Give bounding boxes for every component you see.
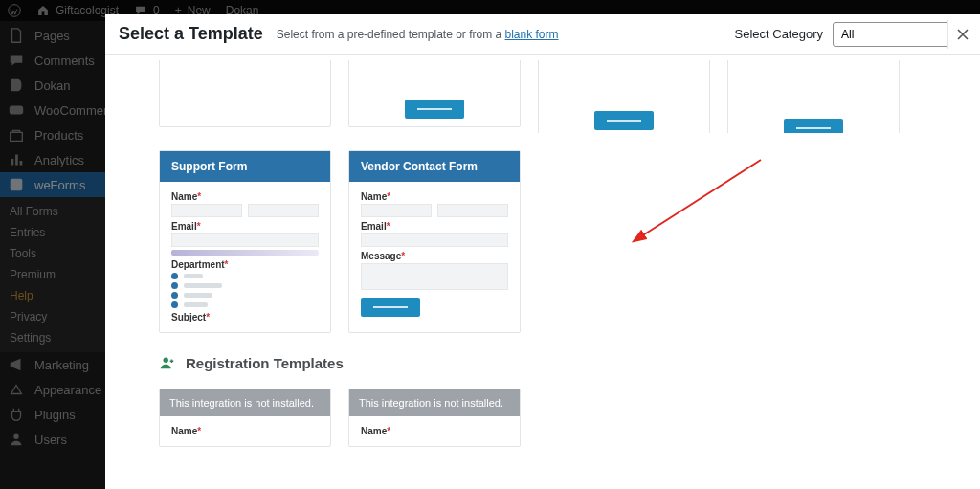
template-card-vendor-contact[interactable]: Vendor Contact Form Name* Email* Message… <box>348 150 521 333</box>
card-banner-not-installed: This integration is not installed. <box>160 389 330 416</box>
field-preview-input <box>171 204 242 217</box>
template-card[interactable] <box>159 60 331 127</box>
template-card-registration[interactable]: This integration is not installed. Name* <box>159 389 331 447</box>
field-preview-radio <box>171 292 319 299</box>
template-row: Support Form Name* Email* Department* Su… <box>159 150 942 333</box>
field-preview-textarea <box>361 263 508 290</box>
card-title: Vendor Contact Form <box>349 151 520 182</box>
field-preview-radio <box>171 301 319 308</box>
template-row-partial <box>159 60 942 133</box>
field-preview-divider <box>171 250 319 256</box>
template-card-button[interactable] <box>361 298 420 317</box>
field-preview-input <box>437 204 508 217</box>
field-preview-input <box>248 204 319 217</box>
close-icon <box>956 28 969 41</box>
user-plus-icon <box>159 354 176 371</box>
section-heading-label: Registration Templates <box>186 355 344 371</box>
template-card-registration[interactable]: This integration is not installed. Name* <box>348 389 521 447</box>
card-banner-not-installed: This integration is not installed. <box>349 389 520 416</box>
field-preview-input <box>171 233 319 247</box>
category-label: Select Category <box>735 27 824 41</box>
template-card[interactable] <box>727 60 900 133</box>
template-card[interactable] <box>538 60 710 133</box>
field-preview-input <box>361 204 432 217</box>
section-heading-registration: Registration Templates <box>159 354 942 371</box>
blank-form-link[interactable]: blank form <box>505 28 559 41</box>
modal-body: Support Form Name* Email* Department* Su… <box>105 55 980 489</box>
modal-title: Select a Template <box>119 24 263 44</box>
template-card-support[interactable]: Support Form Name* Email* Department* Su… <box>159 150 331 333</box>
field-preview-input <box>361 233 508 247</box>
template-modal: Select a Template Select from a pre-defi… <box>105 14 980 489</box>
svg-point-4 <box>164 358 168 363</box>
modal-subtitle: Select from a pre-defined template or fr… <box>277 28 559 41</box>
category-select[interactable]: All <box>833 22 967 47</box>
modal-header: Select a Template Select from a pre-defi… <box>105 14 980 55</box>
template-card-button[interactable] <box>405 100 464 119</box>
field-preview-radio <box>171 282 319 289</box>
template-card[interactable] <box>348 60 521 127</box>
card-title: Support Form <box>160 151 330 182</box>
template-row-registration: This integration is not installed. Name*… <box>159 389 942 447</box>
template-card-button[interactable] <box>594 111 654 130</box>
category-select-value: All <box>841 28 854 41</box>
field-preview-radio <box>171 273 319 279</box>
modal-close-button[interactable] <box>947 20 976 49</box>
template-card-button[interactable] <box>784 119 843 133</box>
